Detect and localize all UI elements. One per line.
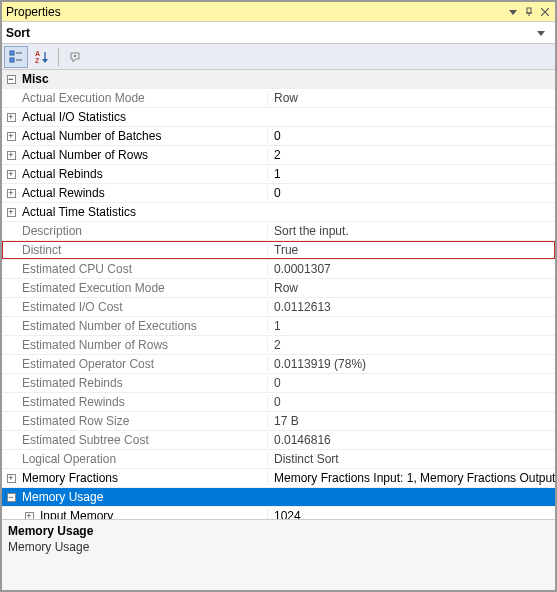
property-row[interactable]: +Input Memory1024 [2, 507, 555, 520]
property-row[interactable]: +Actual Number of Batches0 [2, 127, 555, 146]
property-row[interactable]: −Memory Usage [2, 488, 555, 507]
property-row[interactable]: Estimated CPU Cost0.0001307 [2, 260, 555, 279]
pin-icon[interactable] [521, 4, 537, 20]
svg-marker-0 [509, 10, 517, 15]
description-pane: Memory Usage Memory Usage [2, 520, 555, 590]
close-icon[interactable] [537, 4, 553, 20]
property-value: 0 [267, 395, 555, 409]
svg-point-15 [74, 54, 76, 56]
property-row[interactable]: Estimated I/O Cost0.0112613 [2, 298, 555, 317]
svg-text:Z: Z [35, 57, 40, 64]
property-value: 0 [267, 376, 555, 390]
property-value: True [267, 243, 555, 257]
svg-text:A: A [35, 50, 40, 57]
property-name: Actual I/O Statistics [20, 110, 267, 124]
property-name: Actual Number of Rows [20, 148, 267, 162]
property-row[interactable]: Estimated Execution ModeRow [2, 279, 555, 298]
property-row[interactable]: +Actual Number of Rows2 [2, 146, 555, 165]
expand-toggle[interactable]: + [25, 512, 34, 521]
property-grid: −MiscActual Execution ModeRow+Actual I/O… [2, 70, 555, 520]
property-row[interactable]: Estimated Row Size17 B [2, 412, 555, 431]
property-name: Estimated Rebinds [20, 376, 267, 390]
description-title: Memory Usage [8, 524, 549, 538]
expand-toggle[interactable]: + [7, 151, 16, 160]
property-row[interactable]: Estimated Number of Executions1 [2, 317, 555, 336]
property-row[interactable]: +Actual Rebinds1 [2, 165, 555, 184]
property-value: Sort the input. [267, 224, 555, 238]
property-name: Estimated Execution Mode [20, 281, 267, 295]
property-name: Estimated Operator Cost [20, 357, 267, 371]
categorized-button[interactable] [4, 46, 28, 68]
expand-toggle[interactable]: + [7, 189, 16, 198]
dropdown-icon[interactable] [505, 4, 521, 20]
expand-toggle[interactable]: + [7, 474, 16, 483]
svg-rect-1 [527, 8, 531, 13]
property-name: Actual Execution Mode [20, 91, 267, 105]
property-value: 0.0001307 [267, 262, 555, 276]
property-value: 1 [267, 167, 555, 181]
expand-toggle[interactable]: + [7, 170, 16, 179]
property-row[interactable]: DescriptionSort the input. [2, 222, 555, 241]
property-value: Distinct Sort [267, 452, 555, 466]
property-value: 0.0113919 (78%) [267, 357, 555, 371]
property-row[interactable]: Actual Execution ModeRow [2, 89, 555, 108]
expand-toggle[interactable]: − [7, 75, 16, 84]
property-row[interactable]: +Actual Time Statistics [2, 203, 555, 222]
property-pages-button[interactable] [63, 46, 87, 68]
window-title: Properties [6, 5, 505, 19]
property-name: Estimated Rewinds [20, 395, 267, 409]
expand-toggle[interactable]: + [7, 113, 16, 122]
property-name: Input Memory [38, 509, 267, 520]
property-name: Estimated Subtree Cost [20, 433, 267, 447]
svg-rect-8 [10, 58, 14, 62]
property-value: Row [267, 91, 555, 105]
alphabetical-button[interactable]: A Z [30, 46, 54, 68]
property-name: Actual Time Statistics [20, 205, 267, 219]
titlebar: Properties [2, 2, 555, 22]
property-row[interactable]: DistinctTrue [2, 241, 555, 260]
property-name: Estimated CPU Cost [20, 262, 267, 276]
property-name: Memory Usage [20, 490, 267, 504]
toolbar-separator [58, 48, 59, 66]
property-name: Estimated I/O Cost [20, 300, 267, 314]
property-value: 2 [267, 148, 555, 162]
property-value: Memory Fractions Input: 1, Memory Fracti… [267, 471, 555, 485]
property-value: 0.0146816 [267, 433, 555, 447]
chevron-down-icon [537, 29, 551, 37]
property-row[interactable]: +Actual Rewinds0 [2, 184, 555, 203]
property-value: Row [267, 281, 555, 295]
property-name: Actual Rebinds [20, 167, 267, 181]
selected-object-name: Sort [6, 26, 537, 40]
property-row[interactable]: Estimated Number of Rows2 [2, 336, 555, 355]
property-name: Estimated Number of Executions [20, 319, 267, 333]
property-value: 0 [267, 129, 555, 143]
property-row[interactable]: Logical OperationDistinct Sort [2, 450, 555, 469]
property-row[interactable]: +Memory FractionsMemory Fractions Input:… [2, 469, 555, 488]
property-name: Estimated Number of Rows [20, 338, 267, 352]
property-row[interactable]: +Actual I/O Statistics [2, 108, 555, 127]
property-name: Actual Number of Batches [20, 129, 267, 143]
property-name: Logical Operation [20, 452, 267, 466]
expand-toggle[interactable]: + [7, 132, 16, 141]
category-name: Misc [20, 72, 267, 86]
toolbar: A Z [2, 44, 555, 70]
property-name: Actual Rewinds [20, 186, 267, 200]
property-value: 2 [267, 338, 555, 352]
expand-toggle[interactable]: − [7, 493, 16, 502]
property-row[interactable]: Estimated Subtree Cost0.0146816 [2, 431, 555, 450]
property-value: 0.0112613 [267, 300, 555, 314]
property-value: 1 [267, 319, 555, 333]
property-row[interactable]: Estimated Operator Cost0.0113919 (78%) [2, 355, 555, 374]
svg-marker-14 [42, 59, 48, 63]
property-name: Memory Fractions [20, 471, 267, 485]
property-row[interactable]: Estimated Rebinds0 [2, 374, 555, 393]
description-body: Memory Usage [8, 540, 549, 554]
object-selector[interactable]: Sort [2, 22, 555, 44]
expand-toggle[interactable]: + [7, 208, 16, 217]
property-name: Description [20, 224, 267, 238]
category-header[interactable]: −Misc [2, 70, 555, 89]
property-name: Estimated Row Size [20, 414, 267, 428]
property-row[interactable]: Estimated Rewinds0 [2, 393, 555, 412]
svg-rect-7 [10, 51, 14, 55]
property-value: 0 [267, 186, 555, 200]
